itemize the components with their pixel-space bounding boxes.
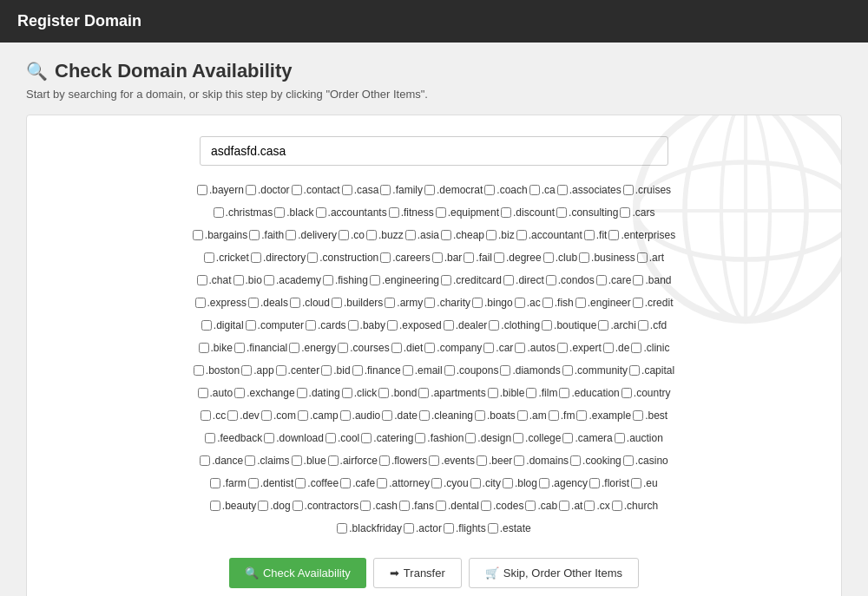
tld-checkbox[interactable] (321, 365, 332, 376)
tld-checkbox[interactable] (323, 275, 333, 285)
tld-checkbox[interactable] (403, 365, 413, 376)
tld-checkbox[interactable] (210, 501, 220, 511)
tld-checkbox[interactable] (444, 365, 455, 376)
tld-checkbox[interactable] (436, 207, 446, 218)
tld-checkbox[interactable] (248, 298, 259, 308)
tld-checkbox[interactable] (598, 320, 608, 331)
tld-checkbox[interactable] (633, 298, 643, 308)
tld-checkbox[interactable] (539, 478, 549, 488)
tld-checkbox[interactable] (251, 252, 261, 263)
tld-checkbox[interactable] (500, 365, 510, 376)
tld-checkbox[interactable] (559, 388, 569, 398)
tld-checkbox[interactable] (529, 185, 540, 195)
tld-checkbox[interactable] (542, 298, 553, 308)
tld-checkbox[interactable] (488, 388, 498, 398)
skip-button[interactable]: 🛒 Skip, Order Other Items (469, 558, 639, 588)
tld-checkbox[interactable] (620, 207, 630, 218)
tld-checkbox[interactable] (200, 455, 210, 466)
tld-checkbox[interactable] (289, 343, 299, 353)
tld-checkbox[interactable] (441, 275, 451, 285)
tld-checkbox[interactable] (629, 365, 640, 376)
tld-checkbox[interactable] (631, 343, 641, 353)
tld-checkbox[interactable] (193, 230, 203, 240)
tld-checkbox[interactable] (516, 230, 527, 240)
tld-checkbox[interactable] (432, 252, 443, 263)
tld-checkbox[interactable] (419, 410, 430, 421)
check-availability-button[interactable]: 🔍 Check Availability (229, 558, 366, 588)
tld-checkbox[interactable] (246, 320, 256, 331)
tld-checkbox[interactable] (557, 343, 568, 353)
tld-checkbox[interactable] (342, 185, 352, 195)
tld-checkbox[interactable] (307, 252, 318, 263)
tld-checkbox[interactable] (276, 365, 286, 376)
tld-checkbox[interactable] (525, 501, 536, 511)
tld-checkbox[interactable] (515, 298, 525, 308)
tld-checkbox[interactable] (348, 320, 358, 331)
tld-checkbox[interactable] (543, 252, 554, 263)
domain-input[interactable] (200, 136, 668, 166)
tld-checkbox[interactable] (370, 275, 380, 285)
tld-checkbox[interactable] (210, 478, 220, 488)
tld-checkbox[interactable] (360, 501, 371, 511)
tld-checkbox[interactable] (298, 410, 308, 421)
tld-checkbox[interactable] (378, 388, 389, 398)
tld-checkbox[interactable] (481, 501, 491, 511)
tld-checkbox[interactable] (241, 365, 252, 376)
tld-checkbox[interactable] (436, 501, 446, 511)
tld-checkbox[interactable] (623, 455, 634, 466)
tld-checkbox[interactable] (391, 343, 402, 353)
tld-checkbox[interactable] (342, 388, 352, 398)
tld-checkbox[interactable] (472, 298, 483, 308)
tld-checkbox[interactable] (338, 343, 348, 353)
tld-checkbox[interactable] (494, 252, 504, 263)
tld-checkbox[interactable] (562, 365, 573, 376)
tld-checkbox[interactable] (486, 230, 496, 240)
tld-checkbox[interactable] (380, 185, 391, 195)
tld-checkbox[interactable] (264, 275, 274, 285)
tld-checkbox[interactable] (214, 207, 224, 218)
tld-checkbox[interactable] (526, 388, 536, 398)
tld-checkbox[interactable] (332, 298, 342, 308)
tld-checkbox[interactable] (465, 433, 476, 443)
tld-checkbox[interactable] (290, 298, 300, 308)
tld-checkbox[interactable] (399, 501, 410, 511)
tld-checkbox[interactable] (549, 410, 559, 421)
tld-checkbox[interactable] (431, 478, 442, 488)
tld-checkbox[interactable] (514, 455, 524, 466)
tld-checkbox[interactable] (295, 478, 306, 488)
tld-checkbox[interactable] (513, 433, 523, 443)
tld-checkbox[interactable] (293, 501, 303, 511)
tld-checkbox[interactable] (352, 365, 363, 376)
tld-checkbox[interactable] (483, 343, 494, 353)
tld-checkbox[interactable] (387, 320, 398, 331)
tld-checkbox[interactable] (503, 275, 514, 285)
tld-checkbox[interactable] (201, 320, 212, 331)
tld-checkbox[interactable] (637, 252, 648, 263)
tld-checkbox[interactable] (603, 343, 614, 353)
tld-checkbox[interactable] (339, 230, 349, 240)
tld-checkbox[interactable] (546, 275, 556, 285)
tld-checkbox[interactable] (204, 252, 214, 263)
tld-checkbox[interactable] (328, 455, 339, 466)
tld-checkbox[interactable] (596, 275, 607, 285)
tld-checkbox[interactable] (562, 433, 573, 443)
tld-checkbox[interactable] (197, 185, 207, 195)
tld-checkbox[interactable] (584, 230, 595, 240)
tld-checkbox[interactable] (557, 185, 568, 195)
tld-checkbox[interactable] (246, 185, 256, 195)
tld-checkbox[interactable] (584, 501, 595, 511)
tld-checkbox[interactable] (326, 433, 336, 443)
tld-checkbox[interactable] (542, 320, 552, 331)
tld-checkbox[interactable] (274, 207, 285, 218)
tld-checkbox[interactable] (249, 230, 260, 240)
tld-checkbox[interactable] (264, 433, 274, 443)
tld-checkbox[interactable] (638, 320, 648, 331)
tld-checkbox[interactable] (621, 388, 632, 398)
tld-checkbox[interactable] (488, 523, 498, 534)
tld-checkbox[interactable] (576, 410, 587, 421)
tld-checkbox[interactable] (633, 410, 643, 421)
tld-checkbox[interactable] (612, 501, 622, 511)
tld-checkbox[interactable] (631, 478, 641, 488)
tld-checkbox[interactable] (245, 455, 255, 466)
tld-checkbox[interactable] (424, 185, 435, 195)
